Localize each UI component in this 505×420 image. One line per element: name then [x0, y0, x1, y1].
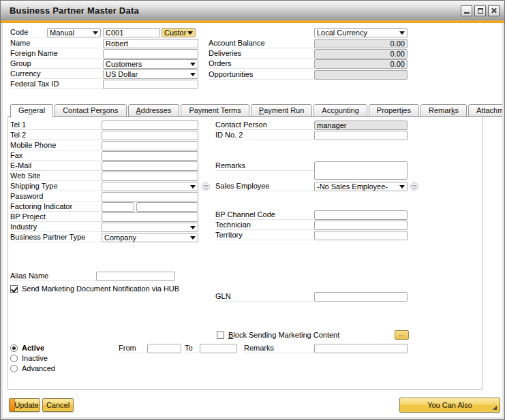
tab-accounting[interactable]: Accounting [313, 104, 367, 117]
alias-name-input[interactable] [96, 272, 175, 281]
factoring-indicator-input-1[interactable] [102, 202, 134, 212]
close-button[interactable] [488, 5, 500, 16]
code-input[interactable] [103, 28, 160, 37]
hub-notification-checkbox[interactable] [10, 285, 18, 293]
id-no-2-input[interactable] [314, 131, 408, 140]
remarks-textarea[interactable] [314, 161, 408, 180]
active-radio[interactable] [10, 344, 18, 352]
from-date-input[interactable] [147, 344, 181, 353]
chevron-down-icon [93, 31, 98, 35]
sales-employee-label: Sales Employee [215, 182, 314, 191]
sales-employee-select[interactable]: -No Sales Employee- [314, 182, 408, 191]
you-can-also-button[interactable]: You Can Also [399, 398, 500, 413]
business-partner-type-label: Business Partner Type [10, 233, 102, 242]
tab-properties[interactable]: Properties [369, 104, 419, 117]
tel1-label: Tel 1 [10, 120, 102, 130]
factoring-indicator-label: Factoring Indicator [10, 202, 102, 212]
industry-select[interactable] [102, 223, 198, 232]
tab-general[interactable]: General [10, 104, 53, 118]
display-currency-select[interactable]: Local Currency [314, 28, 408, 37]
code-label: Code [10, 28, 47, 37]
cancel-button-label: Cancel [46, 401, 70, 409]
chevron-down-icon [190, 185, 196, 189]
title-bar: Business Partner Master Data [1, 1, 504, 21]
industry-label: Industry [10, 223, 102, 232]
from-label: From [119, 344, 147, 353]
tab-payment-terms[interactable]: Payment Terms [181, 104, 249, 117]
inactive-radio[interactable] [10, 355, 18, 362]
territory-input[interactable] [314, 231, 408, 240]
tab-payment-run[interactable]: Payment Run [251, 104, 313, 117]
block-marketing-label: Block Sending Marketing Content [228, 331, 339, 340]
contact-person-field: manager [314, 120, 408, 130]
bp-project-input[interactable] [102, 212, 198, 222]
bp-channel-code-input[interactable] [314, 210, 408, 220]
status-remarks-label: Remarks [244, 344, 314, 353]
tel2-input[interactable] [102, 131, 198, 140]
inactive-radio-label: Inactive [22, 354, 48, 363]
technician-input[interactable] [314, 221, 408, 230]
bp-type-select[interactable]: Customer [162, 28, 196, 37]
chevron-down-icon [190, 73, 196, 76]
account-balance-field: 0.00 [314, 39, 408, 48]
status-remarks-input[interactable] [314, 344, 408, 353]
business-partner-type-value: Company [104, 233, 189, 242]
display-currency-value: Local Currency [317, 29, 398, 37]
group-label: Group [10, 59, 103, 69]
tab-addresses[interactable]: Addresses [128, 104, 180, 117]
maximize-button[interactable] [474, 5, 486, 16]
block-marketing-more-button[interactable]: ... [395, 330, 409, 340]
deliveries-field: 0.00 [314, 49, 408, 59]
foreign-name-input[interactable] [103, 49, 198, 59]
orders-field: 0.00 [314, 59, 408, 69]
group-value: Customers [106, 60, 189, 68]
block-marketing-checkbox[interactable] [217, 332, 224, 339]
chevron-down-icon [190, 236, 196, 240]
maximize-icon [478, 8, 483, 14]
group-select[interactable]: Customers [103, 59, 198, 69]
close-icon [491, 7, 497, 14]
password-input[interactable] [102, 192, 198, 201]
minimize-icon [464, 7, 470, 14]
tel1-input[interactable] [102, 120, 198, 130]
fax-input[interactable] [102, 151, 198, 161]
sales-employee-list-icon[interactable] [410, 182, 418, 191]
tab-attachments[interactable]: Attachments [468, 104, 505, 117]
window-controls [461, 5, 500, 16]
deliveries-label: Deliveries [209, 49, 314, 59]
alias-name-label: Alias Name [10, 272, 96, 281]
factoring-indicator-input-2[interactable] [136, 202, 198, 212]
mobile-phone-label: Mobile Phone [10, 141, 102, 150]
business-partner-type-select[interactable]: Company [102, 233, 198, 242]
chevron-down-icon [187, 31, 193, 35]
email-input[interactable] [102, 161, 198, 171]
shipping-type-select[interactable] [102, 182, 198, 191]
shipping-type-list-icon[interactable] [202, 182, 210, 191]
cancel-button[interactable]: Cancel [42, 398, 74, 412]
name-label: Name [10, 39, 103, 48]
shipping-type-label: Shipping Type [10, 182, 102, 191]
web-site-input[interactable] [102, 172, 198, 181]
currency-select[interactable]: US Dollar [103, 69, 198, 79]
bp-channel-code-label: BP Channel Code [215, 210, 314, 220]
opportunities-label: Opportunities [209, 70, 314, 80]
sales-employee-value: -No Sales Employee- [317, 182, 398, 191]
chevron-down-icon [190, 226, 196, 229]
update-button[interactable]: Update [9, 398, 40, 412]
accent-divider [1, 20, 504, 23]
federal-tax-id-label: Federal Tax ID [10, 80, 103, 89]
code-series-select[interactable]: Manual [47, 28, 101, 37]
you-can-also-button-label: You Can Also [427, 401, 472, 409]
advanced-radio[interactable] [10, 365, 18, 372]
federal-tax-id-input[interactable] [103, 80, 198, 89]
mobile-phone-input[interactable] [102, 141, 198, 150]
code-series-value: Manual [50, 29, 91, 37]
tab-contact-persons[interactable]: Contact Persons [55, 104, 126, 117]
gln-input[interactable] [314, 292, 408, 302]
hub-notification-label: Send Marketing Document Notification via… [22, 285, 179, 293]
tab-remarks[interactable]: Remarks [420, 104, 467, 117]
window-title: Business Partner Master Data [1, 5, 139, 16]
minimize-button[interactable] [461, 5, 472, 16]
name-input[interactable] [103, 39, 198, 48]
to-date-input[interactable] [200, 344, 237, 353]
